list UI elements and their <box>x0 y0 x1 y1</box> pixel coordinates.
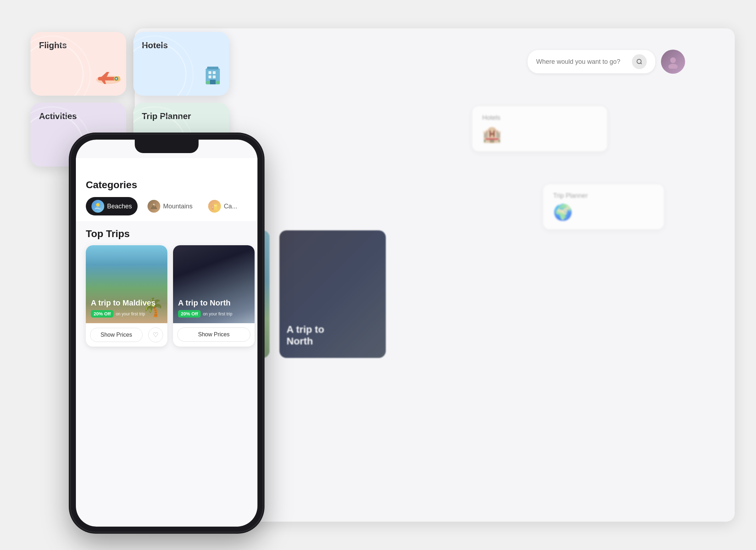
city-label: Ca... <box>224 203 237 210</box>
svg-rect-9 <box>207 67 218 69</box>
svg-rect-37 <box>214 204 217 210</box>
svg-point-15 <box>206 81 210 84</box>
desktop-hotels-icon: 🏨 <box>482 125 597 144</box>
north-badge-row: 20% Off on your first trip <box>178 310 232 318</box>
city-avatar <box>208 200 221 213</box>
top-trips-title: Top Trips <box>86 228 248 240</box>
desktop-north-title: A trip toNorth <box>287 324 324 347</box>
svg-rect-38 <box>212 207 213 208</box>
svg-rect-11 <box>213 71 216 74</box>
chip-city[interactable]: Ca... <box>202 197 243 215</box>
maldives-img: 🌴 A trip to Maldives 20% Off on your fir… <box>86 245 167 323</box>
planner-label: Trip Planner <box>142 111 191 121</box>
float-card-hotels[interactable]: Hotels <box>133 32 229 96</box>
chip-beaches[interactable]: Beaches <box>86 197 138 215</box>
search-input[interactable] <box>536 58 628 66</box>
desktop-header <box>528 50 685 74</box>
north-cta-row: Show Prices <box>173 323 255 346</box>
phone-screen: Categories Beaches <box>76 140 257 527</box>
float-card-flights[interactable]: Flights <box>30 32 126 96</box>
desktop-planner-icon: 🌍 <box>553 203 654 221</box>
svg-point-1 <box>670 57 676 63</box>
top-trips-section: Top Trips 🌴 A trip to Maldives <box>76 221 257 354</box>
svg-rect-13 <box>213 75 216 78</box>
north-discount-badge: 20% Off <box>178 310 201 318</box>
hotels-label: Hotels <box>142 40 168 50</box>
beaches-label: Beaches <box>107 203 132 210</box>
phone-frame: Categories Beaches <box>71 135 262 532</box>
maldives-discount-badge: 20% Off <box>91 310 113 318</box>
trip-card-north: A trip to North 20% Off on your first tr… <box>173 245 255 347</box>
svg-point-0 <box>637 59 641 63</box>
north-show-prices-btn[interactable]: Show Prices <box>177 327 250 342</box>
desktop-search-bar[interactable] <box>528 50 655 73</box>
phone-wrapper: Categories Beaches <box>71 135 262 532</box>
maldives-show-prices-btn[interactable]: Show Prices <box>90 328 143 342</box>
svg-rect-39 <box>215 205 215 206</box>
phone-content: Categories Beaches <box>76 140 257 527</box>
desktop-hotels-title: Hotels <box>482 114 597 122</box>
maldives-discount-note: on your first trip <box>116 312 145 316</box>
categories-chips: Beaches Mountains <box>86 197 248 215</box>
trip-cards-scroll: 🌴 A trip to Maldives 20% Off on your fir… <box>86 245 248 347</box>
flights-label: Flights <box>39 40 67 50</box>
chip-mountains[interactable]: Mountains <box>142 197 198 215</box>
svg-rect-12 <box>209 75 211 78</box>
north-img: A trip to North 20% Off on your first tr… <box>173 245 255 323</box>
arc-deco <box>133 43 187 96</box>
mountains-avatar <box>148 200 160 213</box>
maldives-badge-row: 20% Off on your first trip <box>91 310 145 318</box>
beaches-avatar <box>91 200 104 213</box>
avatar[interactable] <box>661 50 685 74</box>
maldives-title-overlay: A trip to Maldives <box>91 298 156 308</box>
svg-point-35 <box>96 203 100 207</box>
arc-deco <box>30 43 84 96</box>
desktop-hotels-card: Hotels 🏨 <box>472 106 607 151</box>
maldives-cta-row: Show Prices ♡ <box>86 323 167 347</box>
svg-point-2 <box>668 64 678 69</box>
svg-rect-40 <box>216 205 216 206</box>
activities-label: Activities <box>39 111 77 121</box>
search-icon[interactable] <box>632 54 647 69</box>
north-discount-note: on your first trip <box>203 312 232 316</box>
svg-rect-10 <box>209 71 211 74</box>
trip-card-maldives: 🌴 A trip to Maldives 20% Off on your fir… <box>86 245 167 347</box>
categories-title: Categories <box>86 179 248 191</box>
svg-point-16 <box>216 81 219 84</box>
north-title-overlay: A trip to North <box>178 298 230 308</box>
desktop-planner-title: Trip Planner <box>553 192 654 200</box>
hotels-icon <box>200 61 226 92</box>
mountains-label: Mountains <box>163 203 193 210</box>
desktop-north-card: A trip toNorth <box>279 230 386 358</box>
flights-icon <box>94 66 123 92</box>
maldives-heart-btn[interactable]: ♡ <box>148 327 163 342</box>
categories-section: Categories Beaches <box>76 158 257 221</box>
phone-notch <box>135 140 199 153</box>
svg-rect-14 <box>210 80 216 84</box>
svg-point-7 <box>115 78 117 80</box>
desktop-planner-card: Trip Planner 🌍 <box>543 184 664 229</box>
